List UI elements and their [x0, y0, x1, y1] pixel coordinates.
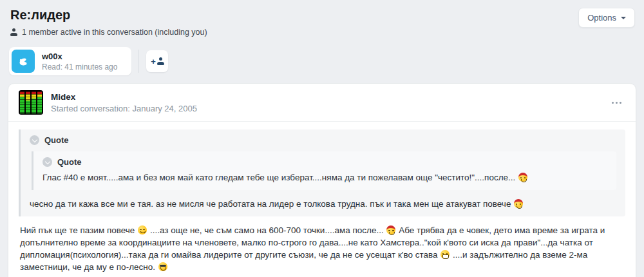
post-author-block: Midex Started conversation: January 24, …	[51, 92, 608, 113]
page-title: Re:лидер	[10, 8, 634, 23]
quote-label: Quote	[44, 135, 69, 145]
active-members-text: 1 member active in this conversation (in…	[22, 28, 207, 37]
smiley-flat-icon	[138, 225, 147, 234]
post-content: Quote Quote Глас #40 е моят.....ама и бе…	[8, 122, 636, 277]
reader-avatar-graphic	[16, 54, 30, 68]
options-label: Options	[587, 13, 616, 23]
post-card: Midex Started conversation: January 24, …	[8, 83, 636, 277]
smiley-red-hat-icon	[518, 173, 527, 182]
reader-username: w00x	[42, 52, 117, 61]
inner-quote-header[interactable]: Quote	[43, 157, 607, 167]
post-header: Midex Started conversation: January 24, …	[8, 84, 636, 121]
member-icon	[10, 28, 17, 36]
inner-quote-block: Quote Глас #40 е моят.....ама и без моя …	[32, 151, 616, 190]
post-options-icon[interactable]	[608, 98, 625, 108]
add-member-button[interactable]: +	[146, 50, 168, 72]
reader-card[interactable]: w00x Read: 41 minutes ago	[9, 47, 131, 75]
options-button[interactable]: Options	[578, 8, 635, 28]
reader-read-status: Read: 41 minutes ago	[42, 62, 117, 72]
collapse-chevron-icon[interactable]	[30, 135, 39, 145]
smiley-red-hat-icon	[386, 225, 395, 234]
add-person-icon	[157, 57, 164, 65]
post-author-name[interactable]: Midex	[51, 92, 608, 102]
outer-quote-header[interactable]: Quote	[30, 135, 616, 145]
divider	[138, 50, 139, 73]
avatar	[12, 50, 35, 73]
outer-quote-block: Quote Quote Глас #40 е моят.....ама и бе…	[19, 129, 625, 216]
chevron-down-icon	[621, 17, 626, 19]
plus-icon: +	[151, 57, 156, 66]
post-started-meta: Started conversation: January 24, 2005	[51, 104, 608, 113]
active-members-row: 1 member active in this conversation (in…	[10, 28, 634, 37]
smiley-cool-icon	[158, 262, 167, 271]
quote-label: Quote	[57, 157, 82, 167]
collapse-chevron-icon[interactable]	[43, 157, 52, 167]
readers-bar: w00x Read: 41 minutes ago +	[9, 47, 635, 75]
post-body-text: Ний пък ще те пазим повече ....аз още не…	[20, 224, 624, 273]
thread-page: Re:лидер 1 member active in this convers…	[0, 0, 644, 277]
post-author-avatar[interactable]	[19, 90, 43, 115]
outer-quote-text: чесно да ти кажа все ми е тая. аз не мис…	[30, 198, 616, 210]
smiley-red-hat-icon	[514, 199, 523, 208]
reader-info: w00x Read: 41 minutes ago	[42, 52, 117, 72]
inner-quote-text: Глас #40 е моят.....ама и без моя май ка…	[43, 171, 607, 184]
smiley-grin-icon	[440, 250, 450, 259]
